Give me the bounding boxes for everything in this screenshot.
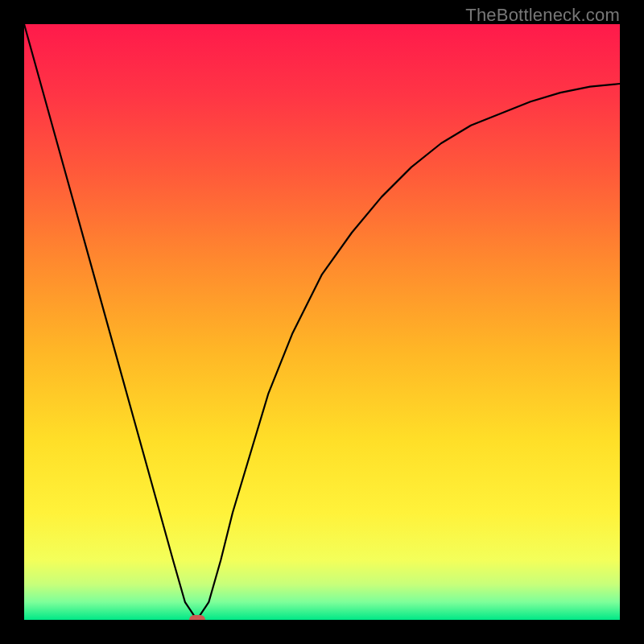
bottleneck-curve bbox=[24, 24, 620, 620]
minimum-marker bbox=[189, 615, 205, 620]
curve-layer bbox=[24, 24, 620, 620]
watermark-text: TheBottleneck.com bbox=[465, 5, 620, 26]
plot-area bbox=[24, 24, 620, 620]
chart-frame: TheBottleneck.com bbox=[0, 0, 644, 644]
